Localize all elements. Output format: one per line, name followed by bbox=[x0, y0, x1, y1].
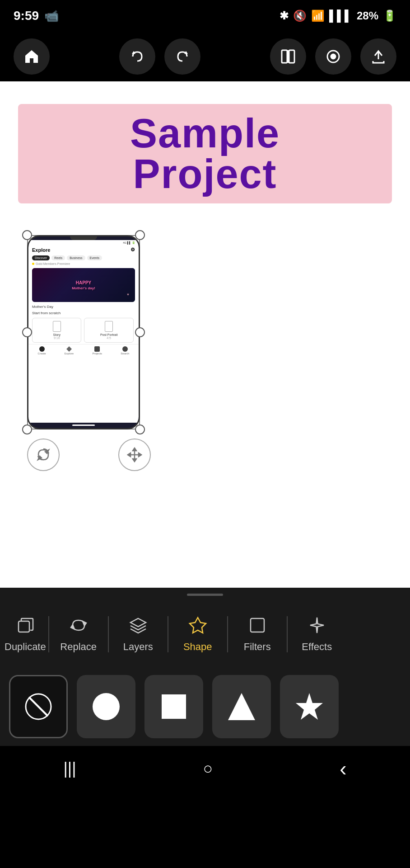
phone-mockup-wrapper[interactable]: 4G ▌▌ 🔋 Explore ⚙ Discover Reels Busines… bbox=[27, 235, 140, 429]
phone-tab-discover: Discover bbox=[32, 255, 50, 260]
phone-notch bbox=[70, 236, 97, 240]
shape-triangle-button[interactable] bbox=[212, 675, 271, 738]
battery-status: 28% bbox=[357, 9, 378, 22]
phone-cards: Story 9:16 Post Portrait 4:5 bbox=[28, 316, 139, 344]
replace-label: Replace bbox=[60, 641, 97, 653]
handle-top-right[interactable] bbox=[135, 230, 145, 240]
separator-5 bbox=[287, 616, 288, 652]
svg-marker-17 bbox=[71, 625, 75, 629]
phone-nav-search: Search bbox=[121, 346, 129, 355]
signal-icon: ▌▌▌ bbox=[329, 9, 352, 22]
gold-dot-icon bbox=[32, 263, 34, 265]
shape-icon bbox=[188, 616, 207, 637]
effects-label: Effects bbox=[302, 641, 332, 653]
phone-card-portrait-icon bbox=[105, 321, 113, 332]
control-buttons bbox=[27, 439, 151, 471]
android-recents-button[interactable]: ||| bbox=[63, 759, 76, 778]
phone-section-title: Start from scratch bbox=[28, 310, 139, 316]
camera-icon: 📹 bbox=[44, 9, 59, 23]
phone-nav-create: Create bbox=[38, 346, 46, 355]
tool-layers[interactable]: Layers bbox=[111, 607, 165, 661]
android-back-button[interactable]: ‹ bbox=[340, 756, 346, 781]
handle-bar bbox=[187, 594, 223, 596]
handle-mid-right[interactable] bbox=[135, 327, 145, 337]
svg-rect-15 bbox=[19, 621, 29, 632]
separator-4 bbox=[227, 616, 228, 652]
separator-1 bbox=[48, 616, 49, 652]
bluetooth-icon: ✱ bbox=[280, 9, 289, 22]
phone-settings-icon: ⚙ bbox=[130, 247, 135, 253]
svg-marker-18 bbox=[130, 618, 146, 627]
handle-bottom-left[interactable] bbox=[22, 425, 32, 434]
duplicate-icon bbox=[16, 616, 35, 637]
split-button[interactable] bbox=[270, 38, 306, 75]
phone-hero-text: HAPPYMother's day! bbox=[72, 280, 95, 290]
phone-card-portrait: Post Portrait 4:5 bbox=[84, 318, 133, 343]
panel-handle[interactable] bbox=[0, 588, 410, 601]
rotate-control[interactable] bbox=[27, 439, 60, 471]
canvas-area: Sample Project 4G ▌▌ 🔋 Explore ⚙ Disco bbox=[0, 81, 410, 588]
effects-icon bbox=[308, 616, 326, 637]
bottom-toolbar: Duplicate Replace Layers bbox=[0, 601, 410, 667]
filters-icon bbox=[248, 616, 267, 637]
handle-top-left[interactable] bbox=[22, 230, 32, 240]
filters-label: Filters bbox=[244, 641, 271, 653]
svg-rect-3 bbox=[289, 50, 294, 63]
svg-marker-25 bbox=[228, 693, 255, 720]
phone-home-indicator bbox=[72, 425, 95, 426]
tool-duplicate[interactable]: Duplicate bbox=[5, 607, 46, 661]
tool-shape[interactable]: Shape bbox=[171, 607, 225, 661]
status-bar: 9:59 📹 ✱ 🔇 📶 ▌▌▌ 28% 🔋 bbox=[0, 0, 410, 32]
replace-icon bbox=[69, 616, 88, 637]
top-toolbar bbox=[0, 32, 410, 81]
phone-screen: 4G ▌▌ 🔋 Explore ⚙ Discover Reels Busines… bbox=[28, 240, 139, 423]
phone-bottom-nav: Create Explore Projects Search bbox=[28, 344, 139, 357]
shape-none-button[interactable] bbox=[9, 675, 68, 738]
home-button[interactable] bbox=[14, 38, 50, 75]
separator-2 bbox=[108, 616, 109, 652]
phone-tab-business: Business bbox=[67, 255, 85, 260]
shape-selector bbox=[0, 667, 410, 746]
svg-marker-16 bbox=[83, 621, 86, 626]
svg-point-6 bbox=[331, 54, 335, 59]
android-nav-bar: ||| ○ ‹ bbox=[0, 746, 410, 791]
phone-gold-badge: Gold Members Premiere bbox=[28, 261, 139, 266]
wifi-icon: 📶 bbox=[311, 9, 325, 22]
handle-mid-left[interactable] bbox=[22, 327, 32, 337]
shape-circle-button[interactable] bbox=[77, 675, 135, 738]
phone-card-story: Story 9:16 bbox=[32, 318, 81, 343]
tool-replace[interactable]: Replace bbox=[51, 607, 106, 661]
undo-button[interactable] bbox=[119, 38, 155, 75]
shape-star-button[interactable] bbox=[280, 675, 339, 738]
phone-nav-explore: Explore bbox=[65, 346, 74, 355]
svg-rect-24 bbox=[162, 694, 186, 719]
svg-point-23 bbox=[93, 693, 120, 720]
phone-tab-reels: Reels bbox=[51, 255, 65, 260]
android-home-button[interactable]: ○ bbox=[203, 759, 213, 778]
phone-category-label: Mother's Day bbox=[28, 304, 139, 310]
layers-label: Layers bbox=[123, 641, 153, 653]
export-button[interactable] bbox=[360, 38, 396, 75]
handle-bottom-right[interactable] bbox=[135, 425, 145, 434]
status-time: 9:59 bbox=[14, 9, 39, 23]
phone-explore-header: Explore ⚙ bbox=[28, 245, 139, 255]
svg-line-22 bbox=[29, 697, 48, 716]
svg-marker-19 bbox=[190, 618, 206, 633]
phone-tab-events: Events bbox=[87, 255, 102, 260]
shape-label: Shape bbox=[183, 641, 212, 653]
move-control[interactable] bbox=[118, 439, 151, 471]
shape-square-button[interactable] bbox=[144, 675, 203, 738]
svg-marker-13 bbox=[128, 453, 130, 457]
redo-button[interactable] bbox=[164, 38, 200, 75]
phone-frame: 4G ▌▌ 🔋 Explore ⚙ Discover Reels Busines… bbox=[27, 235, 140, 429]
preview-button[interactable] bbox=[315, 38, 351, 75]
phone-status-bar: 4G ▌▌ 🔋 bbox=[28, 240, 139, 245]
banner-text: Sample Project bbox=[130, 113, 280, 194]
tool-filters[interactable]: Filters bbox=[230, 607, 284, 661]
svg-rect-20 bbox=[251, 618, 264, 632]
phone-card-story-icon bbox=[53, 321, 61, 332]
svg-marker-26 bbox=[296, 693, 323, 720]
tool-effects[interactable]: Effects bbox=[290, 607, 344, 661]
phone-nav-projects: Projects bbox=[92, 346, 102, 355]
svg-rect-2 bbox=[282, 50, 287, 63]
